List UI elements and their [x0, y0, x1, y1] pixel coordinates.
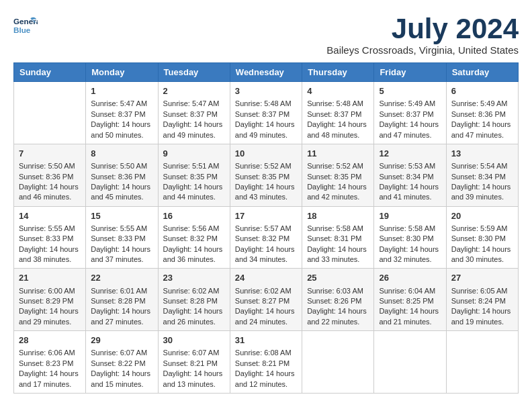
day-number: 18 — [307, 210, 369, 222]
sunrise-text: Sunrise: 6:05 AM — [451, 286, 513, 296]
calendar-cell: 26Sunrise: 6:04 AMSunset: 8:25 PMDayligh… — [374, 269, 446, 331]
calendar-cell: 25Sunrise: 6:03 AMSunset: 8:26 PMDayligh… — [302, 269, 374, 331]
day-number: 9 — [163, 148, 225, 160]
sunrise-text: Sunrise: 5:58 AM — [307, 224, 369, 234]
day-number: 7 — [19, 148, 81, 160]
calendar-cell: 17Sunrise: 5:57 AMSunset: 8:32 PMDayligh… — [230, 206, 302, 269]
daylight-text: Daylight: 14 hours and 30 minutes. — [451, 244, 513, 265]
month-title: July 2024 — [326, 13, 519, 44]
calendar-cell: 10Sunrise: 5:52 AMSunset: 8:35 PMDayligh… — [230, 144, 302, 206]
sunset-text: Sunset: 8:23 PM — [19, 359, 81, 369]
calendar-cell: 14Sunrise: 5:55 AMSunset: 8:33 PMDayligh… — [14, 206, 86, 269]
daylight-text: Daylight: 14 hours and 44 minutes. — [163, 182, 225, 203]
daylight-text: Daylight: 14 hours and 49 minutes. — [163, 120, 225, 140]
sunrise-text: Sunrise: 5:52 AM — [307, 161, 369, 171]
daylight-text: Daylight: 14 hours and 21 minutes. — [379, 306, 441, 327]
sunset-text: Sunset: 8:30 PM — [451, 234, 513, 244]
daylight-text: Daylight: 14 hours and 38 minutes. — [19, 244, 81, 265]
sunrise-text: Sunrise: 5:58 AM — [379, 224, 441, 234]
day-number: 1 — [91, 85, 152, 97]
cell-content: 1Sunrise: 5:47 AMSunset: 8:37 PMDaylight… — [91, 85, 152, 140]
daylight-text: Daylight: 14 hours and 48 minutes. — [307, 120, 369, 140]
cell-content: 11Sunrise: 5:52 AMSunset: 8:35 PMDayligh… — [307, 148, 369, 203]
day-number: 6 — [451, 85, 513, 97]
day-number: 15 — [91, 210, 152, 222]
cell-content: 26Sunrise: 6:04 AMSunset: 8:25 PMDayligh… — [379, 272, 441, 327]
day-number: 4 — [307, 85, 369, 97]
calendar-cell: 27Sunrise: 6:05 AMSunset: 8:24 PMDayligh… — [446, 269, 518, 331]
calendar-cell: 30Sunrise: 6:07 AMSunset: 8:21 PMDayligh… — [158, 331, 230, 394]
sunset-text: Sunset: 8:32 PM — [163, 234, 225, 244]
sunset-text: Sunset: 8:27 PM — [235, 296, 297, 306]
sunrise-text: Sunrise: 5:47 AM — [163, 99, 225, 109]
daylight-text: Daylight: 14 hours and 36 minutes. — [163, 244, 225, 265]
title-section: July 2024 Baileys Crossroads, Virginia, … — [326, 13, 519, 56]
sunrise-text: Sunrise: 6:06 AM — [19, 348, 81, 358]
logo: General Blue — [13, 13, 38, 38]
calendar-cell: 11Sunrise: 5:52 AMSunset: 8:35 PMDayligh… — [302, 144, 374, 206]
sunrise-text: Sunrise: 5:50 AM — [19, 161, 81, 171]
daylight-text: Daylight: 14 hours and 45 minutes. — [91, 182, 152, 203]
day-number: 14 — [19, 210, 81, 222]
day-number: 28 — [19, 334, 81, 347]
sunrise-text: Sunrise: 6:01 AM — [91, 286, 152, 296]
calendar-cell: 31Sunrise: 6:08 AMSunset: 8:21 PMDayligh… — [230, 331, 302, 394]
cell-content: 10Sunrise: 5:52 AMSunset: 8:35 PMDayligh… — [235, 148, 297, 203]
cell-content: 20Sunrise: 5:59 AMSunset: 8:30 PMDayligh… — [451, 210, 513, 265]
day-number: 10 — [235, 148, 297, 160]
weekday-header-monday: Monday — [86, 63, 158, 82]
day-number: 19 — [379, 210, 441, 222]
daylight-text: Daylight: 14 hours and 33 minutes. — [307, 244, 369, 265]
day-number: 29 — [91, 334, 152, 347]
page-header: General Blue July 2024 Baileys Crossroad… — [13, 13, 519, 56]
daylight-text: Daylight: 14 hours and 42 minutes. — [307, 182, 369, 203]
sunset-text: Sunset: 8:37 PM — [379, 109, 441, 120]
day-number: 26 — [379, 272, 441, 284]
day-number: 3 — [235, 85, 297, 97]
sunrise-text: Sunrise: 5:55 AM — [19, 224, 81, 234]
daylight-text: Daylight: 14 hours and 29 minutes. — [19, 306, 81, 327]
calendar-table: SundayMondayTuesdayWednesdayThursdayFrid… — [13, 62, 519, 394]
sunset-text: Sunset: 8:37 PM — [163, 109, 225, 120]
daylight-text: Daylight: 14 hours and 46 minutes. — [19, 182, 81, 203]
calendar-cell: 8Sunrise: 5:50 AMSunset: 8:36 PMDaylight… — [86, 144, 158, 206]
daylight-text: Daylight: 14 hours and 12 minutes. — [235, 369, 297, 390]
daylight-text: Daylight: 14 hours and 15 minutes. — [91, 369, 152, 390]
calendar-cell: 18Sunrise: 5:58 AMSunset: 8:31 PMDayligh… — [302, 206, 374, 269]
weekday-header-saturday: Saturday — [446, 63, 518, 82]
sunset-text: Sunset: 8:24 PM — [451, 296, 513, 306]
sunrise-text: Sunrise: 6:03 AM — [307, 286, 369, 296]
cell-content: 3Sunrise: 5:48 AMSunset: 8:37 PMDaylight… — [235, 85, 297, 140]
day-number: 22 — [91, 272, 152, 284]
cell-content: 15Sunrise: 5:55 AMSunset: 8:33 PMDayligh… — [91, 210, 152, 265]
sunset-text: Sunset: 8:35 PM — [163, 172, 225, 182]
weekday-header-sunday: Sunday — [14, 63, 86, 82]
daylight-text: Daylight: 14 hours and 43 minutes. — [235, 182, 297, 203]
day-number: 23 — [163, 272, 225, 284]
daylight-text: Daylight: 14 hours and 17 minutes. — [19, 369, 81, 390]
sunset-text: Sunset: 8:28 PM — [91, 296, 152, 306]
calendar-cell: 24Sunrise: 6:02 AMSunset: 8:27 PMDayligh… — [230, 269, 302, 331]
daylight-text: Daylight: 14 hours and 13 minutes. — [163, 369, 225, 390]
calendar-cell: 16Sunrise: 5:56 AMSunset: 8:32 PMDayligh… — [158, 206, 230, 269]
day-number: 2 — [163, 85, 225, 97]
cell-content: 21Sunrise: 6:00 AMSunset: 8:29 PMDayligh… — [19, 272, 81, 327]
calendar-cell: 13Sunrise: 5:54 AMSunset: 8:34 PMDayligh… — [446, 144, 518, 206]
sunrise-text: Sunrise: 6:07 AM — [163, 348, 225, 358]
cell-content: 9Sunrise: 5:51 AMSunset: 8:35 PMDaylight… — [163, 148, 225, 203]
sunset-text: Sunset: 8:26 PM — [307, 296, 369, 306]
cell-content: 27Sunrise: 6:05 AMSunset: 8:24 PMDayligh… — [451, 272, 513, 327]
sunrise-text: Sunrise: 6:02 AM — [163, 286, 225, 296]
sunset-text: Sunset: 8:30 PM — [379, 234, 441, 244]
sunset-text: Sunset: 8:28 PM — [163, 296, 225, 306]
sunrise-text: Sunrise: 5:56 AM — [163, 224, 225, 234]
sunrise-text: Sunrise: 5:48 AM — [307, 99, 369, 109]
daylight-text: Daylight: 14 hours and 41 minutes. — [379, 182, 441, 203]
location: Baileys Crossroads, Virginia, United Sta… — [326, 44, 519, 56]
sunset-text: Sunset: 8:37 PM — [307, 109, 369, 120]
day-number: 30 — [163, 334, 225, 347]
weekday-header-wednesday: Wednesday — [230, 63, 302, 82]
sunset-text: Sunset: 8:31 PM — [307, 234, 369, 244]
weekday-header-row: SundayMondayTuesdayWednesdayThursdayFrid… — [14, 63, 519, 82]
cell-content: 12Sunrise: 5:53 AMSunset: 8:34 PMDayligh… — [379, 148, 441, 203]
